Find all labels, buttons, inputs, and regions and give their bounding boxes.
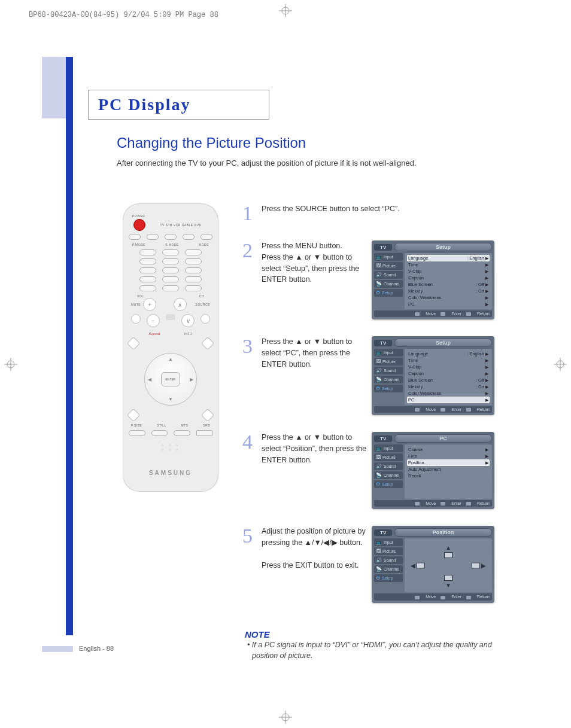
brand-logo: SAMSUNG — [129, 470, 212, 476]
osd-tab-sound: 🔊Sound — [374, 556, 403, 564]
osd-side-tabs: 📺Input🖼Picture🔊Sound📡Channel⚙Setup — [374, 253, 403, 309]
osd-position: TVPosition 📺Input🖼Picture🔊Sound📡Channel⚙… — [372, 526, 494, 602]
crop-mark-left — [4, 358, 17, 371]
osd-tab-input: 📺Input — [374, 253, 403, 261]
osd-item: Blue Screen: Off ▶ — [407, 377, 490, 383]
step-text: Press the SOURCE button to select “PC”. — [262, 203, 497, 215]
osd-pc: TVPC 📺Input🖼Picture🔊Sound📡Channel⚙Setup … — [372, 432, 494, 509]
note-body: • If a PC signal is input to “DVI” or “H… — [245, 639, 511, 661]
osd-item: Caption ▶ — [407, 275, 490, 281]
osd-item: Melody: On ▶ — [407, 288, 490, 294]
remote-illustration: POWER TV STB VCR CABLE DVD P.MODE S.MODE… — [117, 203, 236, 661]
crop-mark-bottom — [279, 711, 292, 724]
side-accent — [42, 57, 66, 114]
osd-tab-sound: 🔊Sound — [374, 367, 403, 374]
osd-item: Color Weakness ▶ — [407, 294, 490, 301]
osd-tab-input: 📺Input — [374, 538, 403, 546]
osd-tab-picture: 🖼Picture — [374, 547, 403, 555]
page-title: Changing the Picture Position — [117, 135, 511, 151]
osd-tab-setup: ⚙Setup — [374, 480, 403, 488]
osd-setup-1: TVSetup 📺Input🖼Picture🔊Sound📡Channel⚙Set… — [372, 240, 494, 319]
note-block: NOTE • If a PC signal is input to “DVI” … — [245, 620, 511, 661]
osd-item: Time ▶ — [407, 357, 490, 364]
osd-tab-channel: 📡Channel — [374, 280, 403, 288]
osd-tab-picture: 🖼Picture — [374, 453, 403, 461]
osd-item: Language: English ▶ — [407, 351, 490, 357]
dpad: ▲ ▼ ◀ ▶ ENTER — [144, 353, 197, 406]
step-5: 5 Adjust the position of picture by pres… — [242, 526, 511, 602]
osd-item: V-Chip ▶ — [407, 364, 490, 370]
osd-item: Blue Screen: Off ▶ — [407, 281, 490, 288]
osd-setup-list-2: Language: English ▶Time ▶V-Chip ▶Caption… — [405, 349, 492, 405]
osd-tab-setup: ⚙Setup — [374, 289, 403, 297]
osd-item: Coarse▶ — [407, 446, 490, 453]
osd-item: Time ▶ — [407, 261, 490, 268]
osd-setup-list-1: Language: English ▶Time ▶V-Chip ▶Caption… — [405, 253, 492, 309]
osd-tab-picture: 🖼Picture — [374, 262, 403, 270]
osd-tab-sound: 🔊Sound — [374, 271, 403, 279]
osd-tab-setup: ⚙Setup — [374, 385, 403, 392]
section-title: PC Display — [98, 95, 191, 114]
osd-tab-channel: 📡Channel — [374, 471, 403, 479]
step-number: 1 — [242, 203, 259, 224]
steps: 1 Press the SOURCE button to select “PC”… — [242, 203, 511, 661]
osd-pc-list: Coarse▶Fine▶Position▶Auto AdjustmentReca… — [405, 444, 492, 499]
step-4: 4 Press the ▲ or ▼ button to select “Pos… — [242, 432, 511, 509]
footer-accent — [42, 646, 73, 652]
osd-item: Language: English ▶ — [407, 255, 490, 261]
enter-button: ENTER — [161, 372, 180, 386]
source-row-label: TV STB VCR CABLE DVD — [149, 223, 212, 227]
osd-tab-picture: 🖼Picture — [374, 358, 403, 365]
section-heading-box: PC Display — [88, 90, 269, 120]
osd-item: Position▶ — [407, 459, 490, 466]
crop-mark-right — [554, 358, 567, 371]
ch-up-icon: ∧ — [174, 298, 187, 311]
dots: ○ ○ ○○ ○ ○ — [129, 443, 212, 452]
osd-side-tabs-3: 📺Input🖼Picture🔊Sound📡Channel⚙Setup — [374, 444, 403, 499]
osd-item: Recall — [407, 473, 490, 479]
intro-text: After connecting the TV to your PC, adju… — [117, 159, 511, 167]
osd-footer: MoveEnterReturn — [374, 310, 492, 317]
position-adjust-pane: ▲ ▼ ◀ ▶ — [405, 538, 492, 592]
page-number: English - 88 — [79, 645, 114, 652]
print-meta: BP68-00423A-00(84~95) 9/2/04 5:09 PM Pag… — [29, 11, 218, 19]
osd-item: Fine▶ — [407, 453, 490, 459]
note-heading: NOTE — [245, 629, 511, 639]
osd-item: PC ▶ — [407, 301, 490, 307]
osd-tab-channel: 📡Channel — [374, 565, 403, 573]
osd-tab-input: 📺Input — [374, 349, 403, 357]
osd-item: Color Weakness ▶ — [407, 390, 490, 397]
power-button — [133, 219, 145, 231]
osd-tab-sound: 🔊Sound — [374, 462, 403, 470]
step-2: 2 Press the MENU button. Press the ▲ or … — [242, 240, 511, 319]
step-3: 3 Press the ▲ or ▼ button to select “PC”… — [242, 336, 511, 415]
osd-tab-setup: ⚙Setup — [374, 574, 403, 582]
step-1: 1 Press the SOURCE button to select “PC”… — [242, 203, 511, 224]
power-label: POWER — [132, 214, 212, 218]
osd-item: Caption ▶ — [407, 370, 490, 377]
osd-item: V-Chip ▶ — [407, 268, 490, 275]
osd-item: PC ▶ — [407, 397, 490, 403]
vol-up-icon: ＋ — [143, 298, 156, 311]
blue-sidebar — [66, 57, 73, 635]
osd-side-tabs-2: 📺Input🖼Picture🔊Sound📡Channel⚙Setup — [374, 349, 403, 405]
osd-side-tabs-4: 📺Input🖼Picture🔊Sound📡Channel⚙Setup — [374, 538, 403, 592]
osd-item: Auto Adjustment — [407, 466, 490, 473]
osd-tab-input: 📺Input — [374, 444, 403, 452]
mode-labels: P.MODE S.MODE MODE — [129, 243, 212, 246]
crop-mark-top — [279, 4, 292, 17]
osd-tab-channel: 📡Channel — [374, 376, 403, 383]
osd-setup-2: TVSetup 📺Input🖼Picture🔊Sound📡Channel⚙Set… — [372, 336, 494, 415]
osd-item: Melody: On ▶ — [407, 383, 490, 390]
